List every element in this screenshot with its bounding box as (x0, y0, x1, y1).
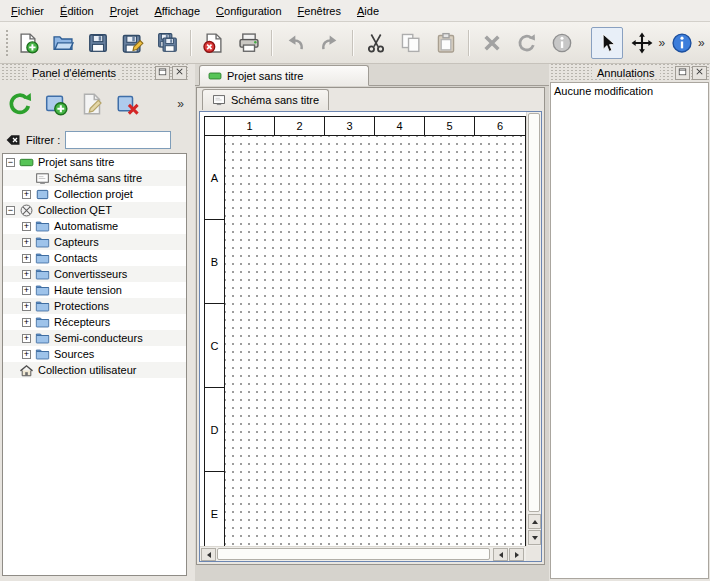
edit-element-button[interactable] (78, 90, 106, 118)
scroll-up-button[interactable] (528, 514, 541, 529)
undo-button[interactable] (279, 27, 311, 59)
filter-input[interactable] (65, 131, 171, 149)
collection-icon (35, 187, 50, 202)
elements-dock-close-button[interactable] (172, 66, 187, 80)
tree-item-convertisseurs[interactable]: +Convertisseurs (3, 266, 186, 282)
print-button[interactable] (233, 27, 265, 59)
menu-fenetres[interactable]: Fenêtres (290, 2, 349, 20)
new-element-button[interactable] (42, 90, 70, 118)
about-button[interactable] (666, 27, 698, 59)
expander-plus-icon[interactable]: + (22, 350, 31, 359)
delete-button[interactable] (476, 27, 508, 59)
tree-item-label: Capteurs (54, 236, 99, 248)
vertical-scrollbar[interactable] (526, 112, 541, 546)
tree-item-collection-utilisateur[interactable]: Collection utilisateur (3, 362, 186, 378)
scroll-left-button-2[interactable] (493, 548, 508, 561)
undo-list: Aucune modification (550, 82, 709, 579)
tree-item-contacts[interactable]: +Contacts (3, 250, 186, 266)
close-file-icon (203, 32, 225, 54)
arrow-up-icon (532, 520, 538, 524)
tree-item-recepteurs[interactable]: +Récepteurs (3, 314, 186, 330)
undo-dock-close-button[interactable] (692, 66, 707, 80)
reload-button[interactable] (6, 90, 34, 118)
menu-affichage[interactable]: Affichage (146, 2, 208, 20)
select-mode-button[interactable] (591, 27, 623, 59)
folder-icon (35, 251, 50, 266)
vertical-scrollbar-thumb[interactable] (528, 113, 540, 512)
scroll-left-button[interactable] (201, 548, 216, 561)
elements-dock-titlebar: Panel d'éléments (0, 64, 190, 81)
copy-button[interactable] (395, 27, 427, 59)
tree-item-haute-tension[interactable]: +Haute tension (3, 282, 186, 298)
menu-projet[interactable]: Projet (102, 2, 147, 20)
expander-minus-icon[interactable]: − (6, 158, 15, 167)
tree-item-label: Convertisseurs (54, 268, 127, 280)
tree-item-sources[interactable]: +Sources (3, 346, 186, 362)
expander-plus-icon[interactable]: + (22, 270, 31, 279)
diagram-grid-area[interactable] (225, 136, 525, 546)
redo-button[interactable] (314, 27, 346, 59)
qet-icon (19, 203, 34, 218)
menu-bar: FichierÉditionProjetAffichageConfigurati… (0, 0, 710, 22)
arrow-left-icon (207, 552, 211, 558)
delete-element-icon (116, 92, 140, 116)
new-document-button[interactable] (12, 27, 44, 59)
project-subwindow: Schéma sans titre 123456 ABCDE (196, 87, 545, 565)
rotate-button[interactable] (511, 27, 543, 59)
element-info-button[interactable] (546, 27, 578, 59)
elements-toolbar-extension-button[interactable]: » (177, 97, 184, 111)
pan-mode-button[interactable] (626, 27, 658, 59)
save-button[interactable] (82, 27, 114, 59)
expander-plus-icon[interactable]: + (22, 222, 31, 231)
expander-plus-icon[interactable]: + (22, 238, 31, 247)
scroll-down-button[interactable] (528, 530, 541, 545)
toolbar-extension-button[interactable]: » (698, 36, 705, 50)
tree-item-collection-projet[interactable]: +Collection projet (3, 186, 186, 202)
tree-item-protections[interactable]: +Protections (3, 298, 186, 314)
diagram-canvas[interactable]: 123456 ABCDE (200, 112, 526, 546)
open-file-button[interactable] (47, 27, 79, 59)
menu-fichier[interactable]: Fichier (3, 2, 52, 20)
tree-item-semi-conducteurs[interactable]: +Semi-conducteurs (3, 330, 186, 346)
horizontal-scrollbar[interactable] (200, 546, 526, 561)
elements-dock-float-button[interactable] (155, 66, 170, 80)
folder-icon (35, 331, 50, 346)
expander-plus-icon[interactable]: + (22, 318, 31, 327)
grid-row-headers: ABCDE (205, 136, 225, 546)
tree-item-collection-qet[interactable]: −Collection QET (3, 202, 186, 218)
save-all-button[interactable] (152, 27, 184, 59)
tree-item-projet-sans-titre[interactable]: −Projet sans titre (3, 154, 186, 170)
diagram-view: 123456 ABCDE (199, 111, 542, 562)
menu-aide[interactable]: Aide (349, 2, 387, 20)
expander-plus-icon[interactable]: + (22, 254, 31, 263)
menu-configuration[interactable]: Configuration (208, 2, 289, 20)
horizontal-scrollbar-thumb[interactable] (217, 548, 490, 560)
redo-icon (319, 32, 341, 54)
tab-project[interactable]: Projet sans titre (199, 65, 369, 86)
cut-button[interactable] (360, 27, 392, 59)
toolbar-handle[interactable] (5, 29, 8, 57)
menu-edition[interactable]: Édition (52, 2, 102, 20)
save-as-button[interactable] (117, 27, 149, 59)
schema-tabbar: Schéma sans titre (197, 88, 544, 110)
tree-item-label: Semi-conducteurs (54, 332, 143, 344)
scroll-right-button[interactable] (509, 548, 524, 561)
toolbar-extension-button[interactable]: » (658, 36, 665, 50)
expander-plus-icon[interactable]: + (22, 286, 31, 295)
delete-element-button[interactable] (114, 90, 142, 118)
tree-item-schema-sans-titre[interactable]: Schéma sans titre (3, 170, 186, 186)
tree-item-automatisme[interactable]: +Automatisme (3, 218, 186, 234)
tree-item-label: Sources (54, 348, 94, 360)
expander-minus-icon[interactable]: − (6, 206, 15, 215)
expander-plus-icon[interactable]: + (22, 334, 31, 343)
undo-list-item[interactable]: Aucune modification (551, 83, 708, 99)
folder-icon (35, 347, 50, 362)
undo-dock-float-button[interactable] (675, 66, 690, 80)
expander-plus-icon[interactable]: + (22, 302, 31, 311)
tab-schema[interactable]: Schéma sans titre (202, 89, 329, 110)
tree-item-capteurs[interactable]: +Capteurs (3, 234, 186, 250)
clear-filter-icon[interactable] (5, 132, 21, 148)
expander-plus-icon[interactable]: + (22, 190, 31, 199)
close-file-button[interactable] (198, 27, 230, 59)
paste-button[interactable] (430, 27, 462, 59)
